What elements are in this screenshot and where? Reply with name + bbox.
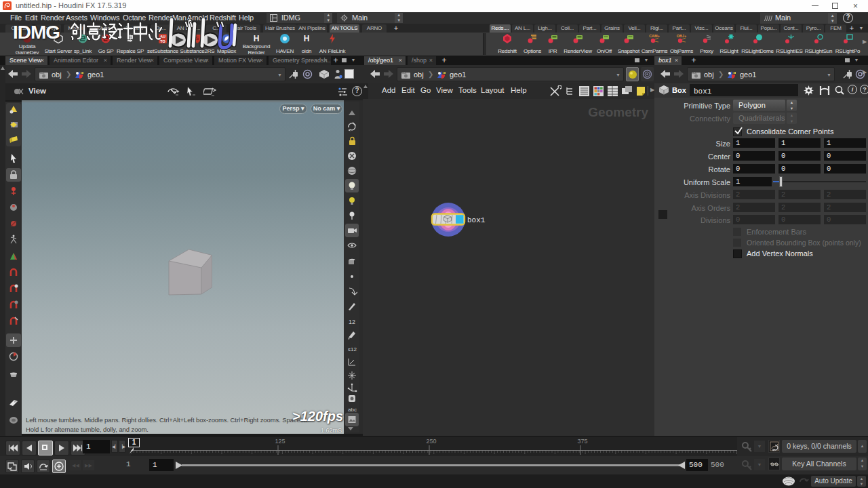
svg-text:12: 12	[349, 319, 355, 325]
svg-text:s12: s12	[348, 346, 357, 352]
svg-text:OBJ+: OBJ+	[677, 34, 687, 38]
svg-text:box1: box1	[467, 216, 486, 224]
svg-text:CAM+: CAM+	[649, 34, 660, 38]
svg-text:abc: abc	[348, 407, 357, 413]
svg-text:H: H	[304, 34, 310, 43]
svg-text:H: H	[254, 34, 260, 43]
